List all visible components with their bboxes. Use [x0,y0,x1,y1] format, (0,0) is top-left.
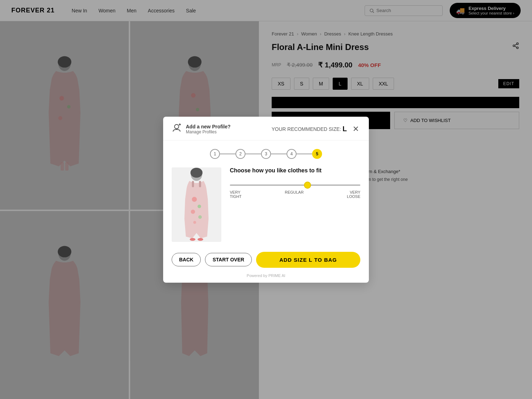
svg-point-27 [190,168,203,178]
add-profile-icon [172,123,182,135]
svg-rect-33 [192,181,194,187]
modal-content-row: Choose how you like clothes to fit VERY … [172,167,360,242]
step-line-2 [245,154,261,154]
svg-rect-34 [199,181,201,187]
modal-header: Add a new Profile? Manage Profiles YOUR … [163,117,369,140]
step-3: 3 [261,149,271,159]
add-profile-label[interactable]: Add a new Profile? [186,124,267,129]
step-line-3 [271,154,287,154]
slider-label-regular: REGULAR [285,190,304,199]
slider-labels: VERY TIGHT REGULAR VERYLOOSE [230,190,360,199]
modal-dress-svg [172,167,221,242]
svg-point-31 [198,215,202,219]
start-over-button[interactable]: START OVER [205,253,251,266]
step-line-1 [220,154,235,154]
svg-point-29 [198,205,201,208]
step-5: 5 [312,149,322,159]
svg-point-22 [174,124,179,129]
step-indicator: 1 2 3 4 5 [172,149,360,159]
modal-footer: BACK START OVER ADD SIZE L TO BAG [163,246,369,273]
modal-overlay[interactable]: Add a new Profile? Manage Profiles YOUR … [0,0,532,399]
fit-title: Choose how you like clothes to fit [230,167,360,174]
size-recommendation-modal: Add a new Profile? Manage Profiles YOUR … [163,117,369,283]
back-button[interactable]: BACK [172,253,201,266]
fit-slider-container [230,181,360,187]
modal-header-text: Add a new Profile? Manage Profiles [186,124,267,134]
rec-size-value: L [343,125,347,133]
svg-point-32 [193,221,196,224]
step-line-4 [297,154,312,154]
svg-point-36 [198,238,203,241]
rec-size-container: YOUR RECOMMENDED SIZE: L [272,125,347,133]
add-size-to-bag-button[interactable]: ADD SIZE L TO BAG [256,252,360,268]
step-2: 2 [235,149,245,159]
manage-profiles-label[interactable]: Manage Profiles [186,129,267,134]
rec-size-label: YOUR RECOMMENDED SIZE: [272,126,341,132]
slider-label-loose: VERYLOOSE [347,190,360,199]
svg-point-30 [191,210,195,214]
fit-section: Choose how you like clothes to fit VERY … [230,167,360,199]
step-4: 4 [287,149,297,159]
step-1: 1 [210,149,220,159]
svg-point-35 [190,238,195,241]
fit-preference-slider[interactable] [230,184,360,186]
modal-dress-thumbnail [172,167,221,242]
powered-by: Powered by PRIME AI [163,273,369,283]
modal-close-button[interactable]: ✕ [351,124,360,134]
modal-body: 1 2 3 4 5 [163,140,369,246]
svg-point-28 [192,197,197,202]
slider-label-tight: VERY TIGHT [230,190,242,199]
